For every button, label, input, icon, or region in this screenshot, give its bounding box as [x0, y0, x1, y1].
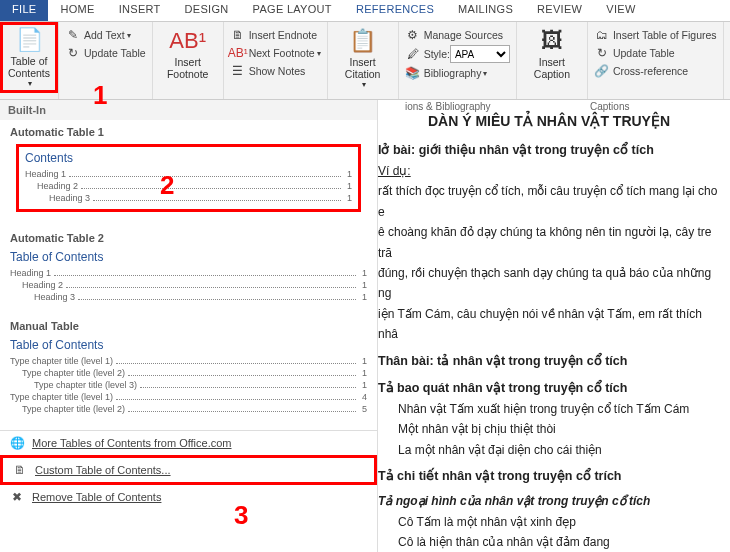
document-body: DÀN Ý MIÊU TẢ NHÂN VẬT TRUYỆN Iở bài: gi… [378, 100, 730, 552]
next-footnote-icon: AB¹ [230, 45, 246, 61]
section-thanbai: Thân bài: tả nhân vật trong truyện cổ tí… [378, 351, 720, 372]
section-mobai: Iở bài: giới thiệu nhân vật trong truyện… [378, 140, 720, 161]
chevron-down-icon: ▾ [28, 79, 32, 88]
remove-toc[interactable]: ✖Remove Table of Contents [0, 485, 377, 509]
toc-icon: 📄 [16, 27, 43, 53]
gallery-auto1[interactable]: Automatic Table 1 Contents Heading 11 He… [0, 120, 377, 226]
tab-file[interactable]: FILE [0, 0, 48, 21]
annotation-2: 2 [160, 170, 174, 201]
citation-style[interactable]: 🖉Style: APA [405, 45, 510, 63]
insert-footnote-button[interactable]: AB¹ Insert Footnote [159, 26, 217, 82]
office-icon: 🌐 [8, 435, 26, 451]
more-toc-office[interactable]: 🌐More Tables of Contents from Office.com [0, 431, 377, 455]
add-text-button[interactable]: ✎Add Text▾ [65, 27, 146, 43]
style-dropdown[interactable]: APA [450, 45, 510, 63]
footnote-icon: AB¹ [169, 28, 206, 54]
gallery-manual[interactable]: Manual Table Table of Contents Type chap… [0, 314, 377, 426]
insert-tof-button[interactable]: 🗂Insert Table of Figures [594, 27, 717, 43]
tab-mailings[interactable]: MAILINGS [446, 0, 525, 21]
toc-gallery: Built-In Automatic Table 1 Contents Head… [0, 100, 378, 552]
custom-toc-icon: 🗎 [11, 462, 29, 478]
group-captions-label: Captions [590, 101, 629, 112]
section-ngoaihinh: Tả ngoại hình của nhân vật trong truyện … [378, 491, 720, 511]
annotation-3: 3 [234, 500, 248, 531]
group-citations-label: ions & Bibliography [405, 101, 491, 112]
tab-design[interactable]: DESIGN [173, 0, 241, 21]
bibliography-button[interactable]: 📚Bibliography▾ [405, 65, 510, 81]
crossref-icon: 🔗 [594, 63, 610, 79]
tab-references[interactable]: REFERENCES [344, 0, 446, 21]
insert-citation-button[interactable]: 📋 Insert Citation ▾ [334, 26, 392, 91]
remove-icon: ✖ [8, 489, 26, 505]
next-footnote-button[interactable]: AB¹Next Footnote▾ [230, 45, 321, 61]
update-icon: ↻ [65, 45, 81, 61]
section-baoquat: Tả bao quát nhân vật trong truyện cổ tíc… [378, 378, 720, 399]
manage-sources-button[interactable]: ⚙Manage Sources [405, 27, 510, 43]
bib-icon: 📚 [405, 65, 421, 81]
tab-review[interactable]: REVIEW [525, 0, 594, 21]
citation-icon: 📋 [349, 28, 376, 54]
custom-toc[interactable]: 🗎Custom Table of Contents... [0, 455, 377, 485]
gallery-builtin-header: Built-In [0, 100, 377, 120]
gallery-auto2[interactable]: Automatic Table 2 Table of Contents Head… [0, 226, 377, 314]
tab-view[interactable]: VIEW [594, 0, 647, 21]
manual-contents: Table of Contents [10, 338, 367, 352]
vidu-label: Ví dụ: [378, 161, 720, 181]
show-notes-button[interactable]: ☰Show Notes [230, 63, 321, 79]
update2-icon: ↻ [594, 45, 610, 61]
toc-label: Table of Contents [8, 55, 50, 79]
add-text-icon: ✎ [65, 27, 81, 43]
tof-icon: 🗂 [594, 27, 610, 43]
caption-icon: 🖼 [541, 28, 563, 54]
update-table2-button[interactable]: ↻Update Table [594, 45, 717, 61]
auto1-contents: Contents [25, 151, 352, 165]
table-of-contents-button[interactable]: 📄 Table of Contents ▾ [0, 22, 58, 93]
auto2-title: Automatic Table 2 [10, 232, 367, 244]
manual-title: Manual Table [10, 320, 367, 332]
insert-caption-button[interactable]: 🖼 Insert Caption [523, 26, 581, 82]
insert-endnote-button[interactable]: 🗎Insert Endnote [230, 27, 321, 43]
auto1-title: Automatic Table 1 [10, 126, 367, 138]
tab-insert[interactable]: INSERT [107, 0, 173, 21]
cross-reference-button[interactable]: 🔗Cross-reference [594, 63, 717, 79]
shownotes-icon: ☰ [230, 63, 246, 79]
style-icon: 🖉 [405, 46, 421, 62]
manage-icon: ⚙ [405, 27, 421, 43]
section-chitiet: Tả chi tiết nhân vật trong truyện cổ trí… [378, 466, 720, 487]
update-table-button[interactable]: ↻Update Table [65, 45, 146, 61]
annotation-1: 1 [93, 80, 107, 111]
doc-title: DÀN Ý MIÊU TẢ NHÂN VẬT TRUYỆN [378, 110, 720, 134]
endnote-icon: 🗎 [230, 27, 246, 43]
tab-page-layout[interactable]: PAGE LAYOUT [241, 0, 344, 21]
tab-home[interactable]: HOME [48, 0, 106, 21]
auto2-contents: Table of Contents [10, 250, 367, 264]
